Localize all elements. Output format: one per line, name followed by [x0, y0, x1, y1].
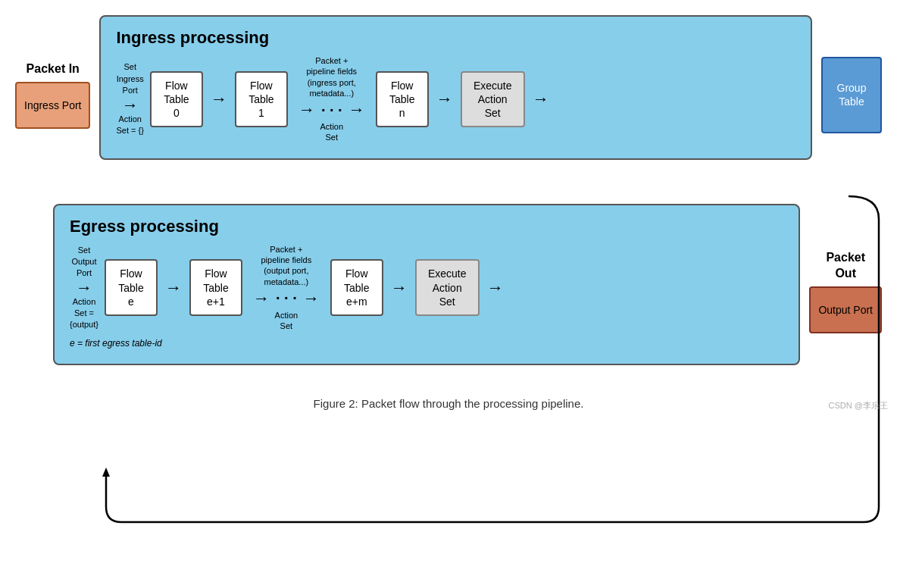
packet-out-label: PacketOut — [826, 250, 865, 282]
packet-in-label: Packet In — [27, 61, 80, 77]
flow-table-1-line2: Table — [248, 93, 273, 105]
flow-table-0: Flow Table 0 — [150, 71, 203, 128]
egress-flow-row: SetOutputPort → ActionSet ={output} Flow… — [70, 244, 783, 332]
egress-note: e = first egress table-id — [70, 338, 783, 349]
egress-processing-section: Egress processing SetOutputPort → Action… — [53, 204, 800, 365]
flow-table-em-line1: Flow — [345, 267, 368, 280]
flow-table-em-line3: e+m — [346, 296, 367, 308]
flow-table-1-line3: 1 — [258, 107, 264, 119]
pipeline-label-egress: Packet +pipeline fields(output port,meta… — [261, 244, 312, 287]
action-set-init-text: ActionSet ={output} — [70, 296, 98, 331]
watermark: CSDN @李乐王 — [829, 400, 888, 411]
arrow-e3: → — [303, 289, 320, 308]
set-output-label: SetOutputPort → ActionSet ={output} — [70, 245, 98, 331]
arrow-e4: → — [391, 278, 408, 298]
pipeline-label-area-e: Packet +pipeline fields(output port,meta… — [250, 244, 323, 332]
action-set-mid-ingress: ActionSet — [320, 121, 344, 143]
packet-out-area: PacketOut Output Port — [809, 250, 882, 333]
flow-table-e1-line1: Flow — [205, 267, 227, 280]
set-ingress-text: SetIngressPort — [117, 61, 144, 96]
ingress-processing-section: Ingress processing SetIngressPort → Acti… — [99, 15, 812, 160]
ingress-port-box: Ingress Port — [15, 82, 90, 129]
svg-marker-0 — [102, 468, 110, 477]
flow-table-1: Flow Table 1 — [235, 71, 288, 128]
execute-line2-e: Action — [433, 282, 462, 294]
egress-section-title: Egress processing — [70, 217, 783, 236]
flow-table-e1: Flow Table e+1 — [189, 259, 242, 316]
flow-table-n-line3: n — [399, 107, 405, 119]
execute-line2-i: Action — [478, 93, 508, 105]
arrow-e2: → — [253, 289, 270, 308]
flow-table-em: Flow Table e+m — [330, 259, 383, 316]
set-ingress-label: SetIngressPort → ActionSet = {} — [116, 61, 143, 136]
flow-table-0-line1: Flow — [165, 80, 188, 92]
flow-table-1-line1: Flow — [250, 80, 273, 92]
arrow-5: → — [533, 89, 549, 109]
ingress-port-label: Ingress Port — [24, 99, 81, 111]
arrow-e5: → — [487, 278, 504, 298]
execute-line3-e: Set — [439, 296, 455, 308]
execute-line3-i: Set — [485, 107, 501, 119]
flow-table-n-line1: Flow — [391, 80, 414, 92]
ingress-row: Packet In Ingress Port Ingress processin… — [15, 15, 882, 175]
action-set-empty-text: ActionSet = {} — [116, 114, 143, 137]
flow-table-0-line2: Table — [164, 93, 189, 105]
execute-line1-i: Execute — [474, 80, 512, 92]
arrow-4: → — [436, 89, 453, 109]
action-set-mid-egress: ActionSet — [275, 310, 298, 332]
flow-table-e-line2: Table — [118, 282, 143, 294]
pipeline-label-ingress: Packet +pipeline fields(ingress port,met… — [306, 55, 357, 99]
arrow-3: → — [348, 100, 365, 120]
output-port-box: Output Port — [809, 286, 882, 333]
flow-table-n: Flow Table n — [376, 71, 429, 128]
dots-icon-e: · · · — [276, 289, 297, 307]
execute-action-set-egress: Execute Action Set — [415, 259, 480, 316]
packet-in-area: Packet In Ingress Port — [15, 61, 90, 129]
main-container: Packet In Ingress Port Ingress processin… — [0, 0, 897, 418]
flow-table-e: Flow Table e — [105, 259, 158, 316]
execute-action-set-ingress: Execute Action Set — [461, 71, 525, 128]
group-table-line1: Group — [837, 82, 867, 94]
arrow-1: → — [211, 89, 227, 109]
flow-table-e1-line2: Table — [203, 282, 228, 294]
dots-area-e: → · · · → — [250, 289, 323, 308]
ingress-flow-row: SetIngressPort → ActionSet = {} Flow Tab… — [116, 55, 795, 143]
egress-row: Egress processing SetOutputPort → Action… — [15, 204, 882, 380]
flow-table-em-line2: Table — [344, 282, 369, 294]
pipeline-label-area: Packet +pipeline fields(ingress port,met… — [295, 55, 368, 143]
flow-table-0-line3: 0 — [173, 107, 180, 119]
dots-area: → · · · → — [295, 100, 368, 120]
arrow-2: → — [298, 100, 315, 120]
output-port-label: Output Port — [818, 304, 873, 316]
arrow-e1: → — [165, 278, 182, 298]
flow-table-n-line2: Table — [389, 93, 414, 105]
set-output-text: SetOutputPort — [71, 245, 96, 280]
dots-icon: · · · — [321, 102, 342, 119]
figure-caption: Figure 2: Packet flow through the proces… — [15, 397, 882, 410]
flow-table-e-line3: e — [128, 296, 134, 308]
execute-line1-e: Execute — [428, 267, 467, 280]
group-table-line2: Table — [839, 95, 864, 108]
flow-table-e-line1: Flow — [120, 267, 142, 280]
flow-table-e1-line3: e+1 — [207, 296, 225, 308]
group-table-box: Group Table — [821, 57, 882, 133]
ingress-section-title: Ingress processing — [116, 28, 795, 48]
